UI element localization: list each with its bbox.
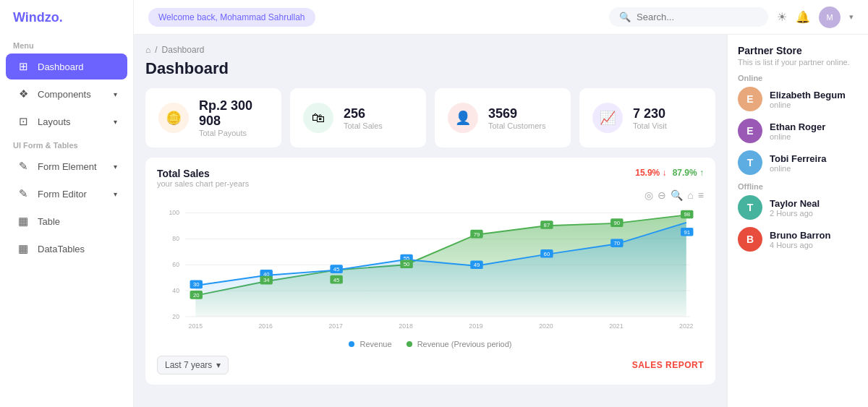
partner-store-subtitle: This is list if your partner online.	[738, 58, 858, 67]
svg-text:50: 50	[404, 261, 410, 267]
sidebar: Windzo. Menu ⊞ Dashboard ❖ Components ▾ …	[0, 0, 134, 407]
visit-label: Total Visit	[633, 121, 667, 130]
chart-tools: ◎ ⊖ 🔍 ⌂ ≡	[157, 189, 704, 201]
svg-text:45: 45	[333, 266, 340, 273]
partner-tobi: T Tobi Ferreira online	[738, 150, 858, 175]
chart-subtitle: your sales chart per-years	[157, 179, 249, 188]
form-element-icon: ✎	[16, 160, 30, 173]
main-area: Welcome back, Mohammad Sahrullah 🔍 ☀ 🔔 M…	[134, 0, 868, 407]
legend-dot-blue	[349, 341, 354, 347]
zoom-in-icon[interactable]: 🔍	[671, 189, 683, 201]
search-bar[interactable]: 🔍	[609, 7, 768, 27]
online-label: Online	[738, 74, 858, 82]
stat-info: Rp.2 300 908 Total Payouts	[199, 98, 268, 137]
right-panel: Partner Store This is list if your partn…	[727, 35, 868, 407]
sidebar-item-form-element[interactable]: ✎ Form Element ▾	[6, 153, 127, 179]
payouts-icon: 🪙	[158, 103, 189, 133]
sidebar-item-form-editor[interactable]: ✎ Form Editor ▾	[6, 181, 127, 207]
stat-card-visit: 📈 7 230 Total Visit	[579, 88, 715, 147]
zoom-reset-icon[interactable]: ◎	[644, 189, 653, 201]
partner-store-title: Partner Store	[738, 45, 858, 56]
svg-text:87: 87	[544, 222, 550, 228]
menu-icon[interactable]: ≡	[698, 189, 704, 201]
time-filter-select[interactable]: Last 7 years ▾	[157, 356, 229, 374]
chevron-down-icon: ▾	[114, 90, 117, 98]
legend-revenue-label: Revenue	[360, 340, 392, 348]
header-icons: ☀ 🔔 M ▾	[777, 7, 854, 28]
page-title: Dashboard	[145, 59, 715, 78]
sidebar-item-label: DataTables	[38, 244, 85, 254]
svg-text:34: 34	[263, 277, 270, 283]
sales-icon: 🛍	[303, 103, 333, 133]
svg-text:79: 79	[474, 231, 480, 238]
payouts-label: Total Payouts	[199, 129, 268, 137]
breadcrumb: ⌂ / Dashboard	[145, 45, 715, 55]
components-icon: ❖	[16, 87, 30, 100]
avatar-elizabeth: E	[738, 87, 762, 111]
sales-label: Total Sales	[344, 121, 383, 130]
bell-icon[interactable]: 🔔	[796, 10, 810, 24]
chart-header: Total Sales your sales chart per-years 1…	[157, 168, 704, 188]
sales-report-link[interactable]: SALES REPORT	[632, 360, 704, 370]
stat-info: 7 230 Total Visit	[633, 106, 667, 130]
zoom-out-icon[interactable]: ⊖	[658, 189, 666, 201]
customers-icon: 👤	[448, 103, 478, 133]
partner-name-taylor: Taylor Neal	[770, 198, 820, 209]
svg-text:60: 60	[544, 251, 550, 257]
chart-svg: 100 80 60 40 20	[157, 204, 704, 334]
svg-text:20: 20	[172, 313, 179, 320]
stat-card-customers: 👤 3569 Total Customers	[435, 88, 571, 147]
svg-text:90: 90	[614, 220, 621, 226]
sidebar-item-label: Table	[38, 216, 60, 227]
partner-status-ethan: online	[770, 132, 825, 141]
chart-title: Total Sales	[157, 168, 249, 179]
avatar[interactable]: M	[819, 7, 841, 28]
svg-text:2020: 2020	[539, 322, 553, 330]
stat-info: 3569 Total Customers	[488, 106, 545, 130]
chart-title-area: Total Sales your sales chart per-years	[157, 168, 249, 188]
chart-area: 100 80 60 40 20	[157, 204, 704, 334]
svg-text:2015: 2015	[189, 322, 203, 330]
home-icon: ⌂	[145, 45, 150, 55]
svg-text:91: 91	[684, 229, 690, 236]
svg-text:100: 100	[169, 209, 179, 216]
ui-section-label: UI Form & Tables	[0, 135, 133, 153]
chevron-down-icon: ▾	[114, 190, 117, 198]
breadcrumb-separator: /	[155, 45, 157, 55]
search-icon: 🔍	[619, 12, 631, 22]
legend-prev-label: Revenue (Previous period)	[417, 340, 512, 348]
menu-section-label: Menu	[0, 35, 133, 53]
avatar-tobi: T	[738, 150, 762, 175]
stat-card-sales: 🛍 256 Total Sales	[290, 88, 426, 147]
sidebar-item-dashboard[interactable]: ⊞ Dashboard	[6, 53, 127, 80]
search-input[interactable]	[637, 12, 758, 22]
legend-dot-green	[407, 341, 412, 347]
partner-status-elizabeth: online	[770, 100, 846, 109]
table-icon: ▦	[16, 215, 30, 228]
form-editor-icon: ✎	[16, 187, 30, 200]
sidebar-item-label: Form Editor	[38, 189, 87, 200]
svg-text:2019: 2019	[469, 322, 483, 330]
chevron-down-icon[interactable]: ▾	[849, 12, 854, 22]
partner-info: Tobi Ferreira online	[770, 153, 827, 173]
payouts-value: Rp.2 300 908	[199, 98, 268, 129]
sidebar-item-layouts[interactable]: ⊡ Layouts ▾	[6, 108, 127, 134]
welcome-badge: Welcome back, Mohammad Sahrullah	[148, 8, 315, 27]
sidebar-item-table[interactable]: ▦ Table	[6, 208, 127, 234]
chart-bottom: Last 7 years ▾ SALES REPORT	[157, 356, 704, 374]
chart-panel: Total Sales your sales chart per-years 1…	[145, 158, 715, 385]
svg-text:2018: 2018	[399, 322, 413, 330]
partner-info: Elizabeth Begum online	[770, 90, 846, 109]
avatar-taylor: T	[738, 195, 762, 220]
download-icon[interactable]: ⌂	[687, 189, 693, 201]
svg-text:2022: 2022	[679, 322, 694, 330]
partner-status-bruno: 4 Hours ago	[770, 241, 831, 249]
avatar-initial: M	[826, 13, 833, 22]
sidebar-item-datatables[interactable]: ▦ DataTables	[6, 236, 127, 262]
stat-info: 256 Total Sales	[344, 106, 383, 130]
datatables-icon: ▦	[16, 242, 30, 255]
theme-icon[interactable]: ☀	[777, 10, 787, 24]
partner-info: Taylor Neal 2 Hours ago	[770, 198, 820, 218]
sidebar-item-components[interactable]: ❖ Components ▾	[6, 81, 127, 107]
partner-info: Ethan Roger online	[770, 121, 825, 141]
